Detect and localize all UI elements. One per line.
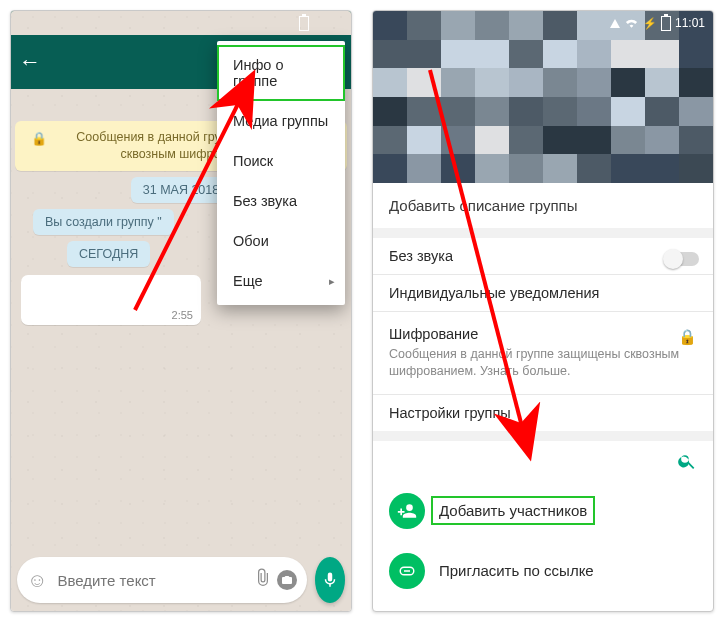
invite-link-row[interactable]: Пригласить по ссылке <box>373 541 713 601</box>
stage: ⚡ 11:02 ← 🔒 Сообщения в данной группе за… <box>0 0 721 622</box>
avatar[interactable] <box>437 611 475 612</box>
menu-group-media-label: Медиа группы <box>233 113 328 129</box>
message-input[interactable] <box>55 571 249 590</box>
message-bubble[interactable]: 2:55 <box>21 275 201 325</box>
mute-toggle[interactable] <box>665 252 699 266</box>
menu-mute-label: Без звука <box>233 193 297 209</box>
add-participants-row[interactable]: Добавить участников <box>373 481 713 541</box>
mute-row[interactable]: Без звука <box>373 238 713 274</box>
phone-chat: ⚡ 11:02 ← 🔒 Сообщения в данной группе за… <box>10 10 352 612</box>
mute-label: Без звука <box>389 248 453 264</box>
status-bar: ⚡ 11:01 <box>373 11 713 35</box>
invite-link-label: Пригласить по ссылке <box>439 562 594 579</box>
pixelated-image <box>373 11 713 183</box>
wifi-icon <box>624 16 639 31</box>
camera-icon[interactable] <box>277 570 297 590</box>
add-participants-label: Добавить участников <box>431 496 595 525</box>
menu-search-label: Поиск <box>233 153 273 169</box>
charging-icon: ⚡ <box>643 17 657 30</box>
link-icon <box>389 553 425 589</box>
overflow-menu: Инфо о группе Медиа группы Поиск Без зву… <box>217 41 345 305</box>
encryption-row[interactable]: Шифрование 🔒 Сообщения в данной группе з… <box>373 312 713 394</box>
attach-icon[interactable] <box>253 568 273 593</box>
menu-more-label: Еще <box>233 273 263 289</box>
battery-icon <box>661 16 671 31</box>
menu-more[interactable]: Еще ▸ <box>217 261 345 301</box>
mic-button[interactable] <box>315 557 345 603</box>
signal-icon <box>610 19 620 28</box>
encryption-subtext: Сообщения в данной группе защищены сквоз… <box>389 346 697 380</box>
menu-group-media[interactable]: Медиа группы <box>217 101 345 141</box>
custom-notifications-label: Индивидуальные уведомления <box>389 285 599 301</box>
participants-search[interactable] <box>373 441 713 481</box>
encryption-label: Шифрование <box>389 326 478 342</box>
emoji-icon[interactable]: ☺ <box>27 569 47 592</box>
custom-notifications-row[interactable]: Индивидуальные уведомления <box>373 275 713 311</box>
battery-icon <box>299 16 309 31</box>
message-input-wrapper[interactable]: ☺ <box>17 557 307 603</box>
divider <box>373 431 713 441</box>
divider <box>373 228 713 238</box>
group-settings-row[interactable]: Настройки группы <box>373 395 713 431</box>
menu-wallpaper-label: Обои <box>233 233 269 249</box>
phone-group-info: ⚡ 11:01 Добавить описание группы Без зву… <box>372 10 714 612</box>
message-time: 2:55 <box>172 309 193 321</box>
menu-mute[interactable]: Без звука <box>217 181 345 221</box>
group-cover-image[interactable] <box>373 11 713 183</box>
menu-group-info[interactable]: Инфо о группе <box>217 45 345 101</box>
date-chip-today: СЕГОДНЯ <box>67 241 150 267</box>
chevron-right-icon: ▸ <box>329 275 335 288</box>
menu-group-info-label: Инфо о группе <box>233 57 284 89</box>
back-icon[interactable]: ← <box>19 49 41 75</box>
participants-avatars <box>373 601 713 612</box>
system-message: Вы создали группу " <box>33 209 174 235</box>
message-composer: ☺ <box>17 557 345 603</box>
menu-search[interactable]: Поиск <box>217 141 345 181</box>
search-icon <box>677 451 697 471</box>
menu-wallpaper[interactable]: Обои <box>217 221 345 261</box>
group-settings-label: Настройки группы <box>389 405 511 421</box>
lock-icon: 🔒 <box>31 130 47 148</box>
lock-icon: 🔒 <box>678 328 697 346</box>
add-description-row[interactable]: Добавить описание группы <box>373 183 713 228</box>
status-time: 11:01 <box>675 16 705 30</box>
add-person-icon <box>389 493 425 529</box>
avatar[interactable] <box>389 611 427 612</box>
add-description-label: Добавить описание группы <box>389 197 578 214</box>
